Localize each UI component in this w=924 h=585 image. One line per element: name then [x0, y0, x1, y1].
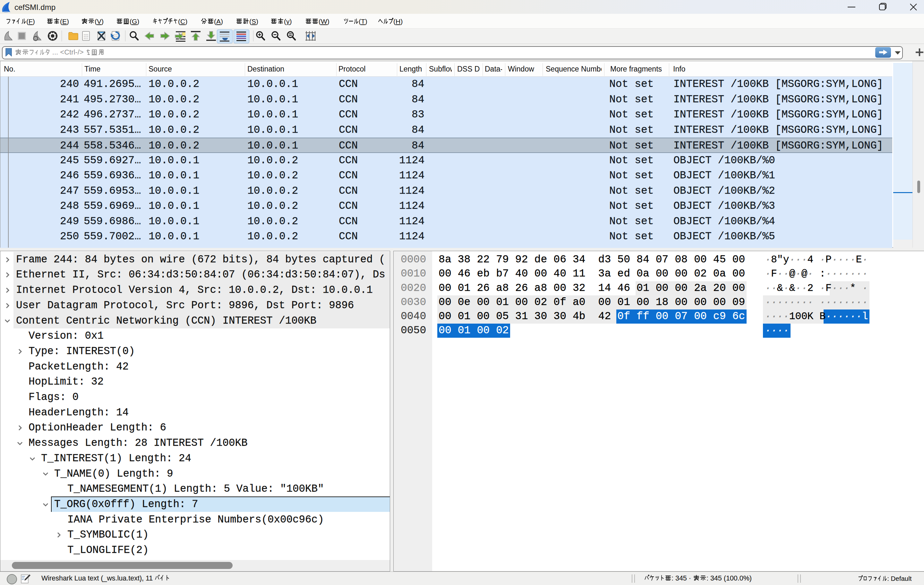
svg-text:0111: 0111	[84, 38, 89, 40]
